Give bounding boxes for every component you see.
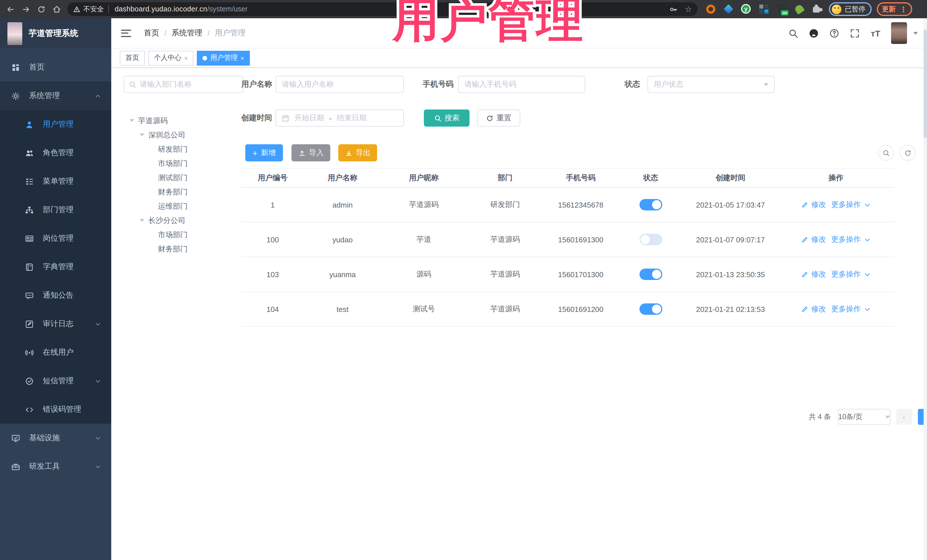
close-icon[interactable]: × [184, 55, 188, 61]
close-icon[interactable]: × [240, 55, 244, 61]
status-toggle[interactable] [639, 234, 662, 245]
tree-node[interactable]: 市场部门 [124, 228, 246, 242]
status-toggle[interactable] [639, 269, 662, 280]
sidebar-item-home[interactable]: 首页 [0, 53, 111, 82]
github-icon[interactable] [809, 28, 819, 38]
sidebar-item-sms-mgmt[interactable]: 短信管理 [0, 367, 111, 395]
scrollbar-thumb[interactable] [924, 30, 927, 138]
search-icon [434, 114, 441, 122]
more-actions-link[interactable]: 更多操作 [831, 234, 861, 244]
window-scrollbar[interactable] [924, 18, 927, 560]
extension-key-icon[interactable] [794, 4, 804, 14]
date-range-input[interactable]: 开始日期 - 结束日期 [275, 109, 404, 127]
sidebar-item-user-mgmt[interactable]: 用户管理 [0, 110, 111, 138]
edit-icon [801, 236, 808, 243]
tab-home[interactable]: 首页 [120, 50, 145, 65]
avatar-caret-icon[interactable] [913, 32, 918, 35]
edit-link[interactable]: 修改 [811, 200, 826, 210]
sidebar-item-audit-log[interactable]: 审计日志 [0, 310, 111, 338]
page-size-select[interactable]: 10条/页 [838, 409, 890, 425]
caret-icon[interactable] [140, 134, 144, 136]
breadcrumb-home[interactable]: 首页 [144, 28, 159, 38]
active-dot [203, 56, 207, 60]
bookmark-star-icon[interactable]: ☆ [685, 5, 692, 13]
sidebar-item-online-users[interactable]: 在线用户 [0, 338, 111, 367]
browser-menu-icon[interactable]: ⋮ [900, 5, 907, 14]
tree-node[interactable]: 财务部门 [124, 185, 246, 199]
extensions-puzzle-icon[interactable] [812, 4, 822, 14]
extension-gem-icon[interactable] [723, 4, 734, 14]
browser-toolbar: 不安全 dashboard.yudao.iocoder.cn/system/us… [0, 0, 927, 18]
more-actions-link[interactable]: 更多操作 [831, 304, 861, 314]
help-icon[interactable] [830, 28, 839, 38]
app-logo[interactable]: 芋道管理系统 [0, 18, 111, 49]
add-button[interactable]: + 新增 [245, 144, 283, 161]
search-button[interactable]: 搜索 [424, 109, 470, 127]
tree-node[interactable]: 芋道源码 [124, 114, 246, 128]
toggle-search-button[interactable] [878, 145, 894, 161]
export-button[interactable]: 导出 [338, 144, 377, 161]
profile-paused-badge[interactable]: 已暂停 [829, 2, 872, 16]
sidebar-item-role-mgmt[interactable]: 角色管理 [0, 138, 111, 167]
browser-update-button[interactable]: 更新 ⋮ [877, 2, 912, 16]
status-select[interactable]: 用户状态 [647, 76, 775, 93]
home-icon[interactable] [51, 4, 62, 14]
refresh-table-button[interactable] [900, 145, 916, 161]
tab-profile[interactable]: 个人中心 × [148, 50, 194, 65]
edit-link[interactable]: 修改 [811, 304, 826, 314]
table-row: 1 admin 芋道源码 研发部门 15612345678 2021-01-05… [241, 188, 895, 222]
sidebar-item-infrastructure[interactable]: 基础设施 [0, 424, 111, 452]
sidebar-item-dept-mgmt[interactable]: 部门管理 [0, 196, 111, 224]
address-bar[interactable]: 不安全 dashboard.yudao.iocoder.cn/system/us… [67, 2, 698, 16]
chevron-down-icon [95, 463, 101, 470]
search-icon[interactable] [789, 28, 798, 38]
dept-search-input[interactable]: 请输入部门名称 [124, 76, 243, 93]
status-toggle[interactable] [639, 199, 662, 211]
mobile-input[interactable]: 请输入手机号码 [458, 76, 585, 93]
username-input[interactable]: 请输入用户名称 [275, 76, 404, 93]
caret-icon[interactable] [140, 219, 144, 222]
extension-squares-icon[interactable] [759, 4, 769, 14]
tree-node[interactable]: 运维部门 [124, 199, 246, 213]
extension-adblock-icon[interactable]: on [777, 4, 787, 14]
user-avatar[interactable] [891, 22, 907, 44]
reset-button[interactable]: 重置 [477, 109, 520, 127]
edit-link[interactable]: 修改 [811, 269, 826, 279]
prev-page-button[interactable]: ‹ [896, 409, 912, 425]
edit-link[interactable]: 修改 [811, 234, 826, 244]
caret-icon[interactable] [129, 119, 134, 122]
tab-user-mgmt[interactable]: 用户管理 × [197, 50, 250, 65]
reload-icon[interactable] [36, 4, 46, 14]
extension-donut-icon[interactable] [706, 4, 716, 14]
sidebar-toggle-icon[interactable] [121, 29, 131, 37]
sidebar-item-notice[interactable]: 通知公告 [0, 281, 111, 310]
tree-node[interactable]: 研发部门 [124, 142, 246, 156]
tree-node[interactable]: 测试部门 [124, 170, 246, 185]
font-size-icon[interactable]: тT [871, 28, 880, 38]
sidebar-item-dev-tools[interactable]: 研发工具 [0, 452, 111, 481]
security-label[interactable]: 不安全 [83, 4, 104, 14]
forward-icon[interactable] [21, 4, 31, 14]
more-actions-link[interactable]: 更多操作 [831, 269, 861, 279]
sidebar-item-post-mgmt[interactable]: 岗位管理 [0, 224, 111, 253]
password-key-icon[interactable] [669, 5, 678, 14]
back-icon[interactable] [5, 4, 15, 14]
sidebar-item-errorcode-mgmt[interactable]: 错误码管理 [0, 395, 111, 424]
sidebar-item-dict-mgmt[interactable]: 字典管理 [0, 253, 111, 281]
sidebar-item-system[interactable]: 系统管理 [0, 82, 111, 110]
tree-node[interactable]: 市场部门 [124, 156, 246, 170]
total-count: 共 4 条 [808, 412, 831, 422]
status-toggle[interactable] [639, 304, 662, 315]
tree-node[interactable]: 财务部门 [124, 242, 246, 256]
sidebar-item-menu-mgmt[interactable]: 菜单管理 [0, 167, 111, 196]
chevron-down-icon [95, 321, 101, 327]
url-host[interactable]: dashboard.yudao.iocoder.cn [115, 5, 207, 13]
extension-green-icon[interactable]: y [741, 4, 751, 14]
import-button[interactable]: 导入 [292, 144, 330, 161]
tree-node[interactable]: 长沙分公司 [124, 213, 246, 228]
tree-node[interactable]: 深圳总公司 [124, 128, 246, 142]
more-actions-link[interactable]: 更多操作 [831, 200, 861, 210]
fullscreen-icon[interactable] [850, 28, 860, 38]
users-icon [25, 149, 34, 157]
breadcrumb-system[interactable]: 系统管理 [172, 28, 202, 38]
